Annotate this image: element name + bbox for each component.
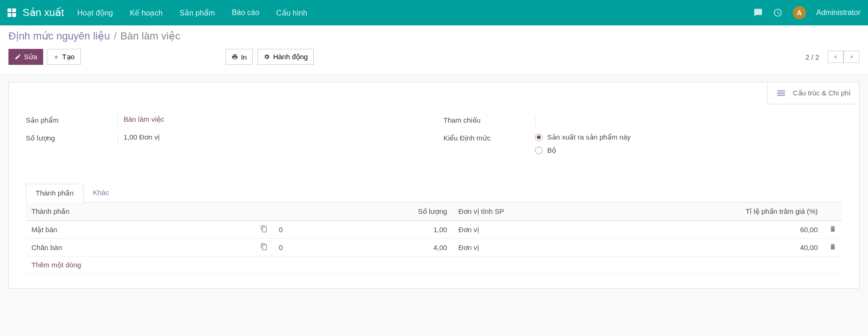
- radio-checked-icon: [535, 133, 542, 141]
- bomtype-option-kit[interactable]: Bộ: [535, 146, 842, 155]
- cell-extra: 0: [273, 221, 322, 239]
- cell-component: Chân bàn: [26, 239, 255, 257]
- print-icon: [232, 54, 238, 60]
- avatar[interactable]: A: [793, 6, 806, 19]
- add-line-label: Thêm một dòng: [26, 257, 842, 274]
- tabs: Thành phần Khác: [26, 184, 842, 203]
- menu-item-reporting[interactable]: Báo cáo: [232, 8, 259, 17]
- col-qty[interactable]: Số lượng: [322, 203, 453, 221]
- top-nav: Sản xuất Hoạt động Kế hoạch Sản phẩm Báo…: [0, 0, 868, 25]
- table-row[interactable]: Chân bàn 0 4,00 Đơn vị 40,00: [26, 239, 842, 257]
- cell-uom: Đơn vị: [453, 239, 616, 257]
- reference-label: Tham chiếu: [443, 115, 535, 125]
- trash-icon[interactable]: [829, 243, 837, 250]
- copy-icon[interactable]: [260, 243, 268, 250]
- structure-cost-label: Cấu trúc & Chi phí: [793, 88, 851, 98]
- pager-next-button[interactable]: [844, 51, 860, 63]
- quantity-label: Số lượng: [26, 133, 117, 142]
- components-table: Thành phần Số lượng Đơn vị tính SP Tỉ lệ…: [26, 203, 842, 274]
- trash-icon[interactable]: [829, 225, 837, 233]
- create-button[interactable]: Tạo: [47, 49, 81, 65]
- cell-cost: 60,00: [616, 221, 823, 239]
- col-uom[interactable]: Đơn vị tính SP: [453, 203, 616, 221]
- sheet-wrapper: Cấu trúc & Chi phí Sản phẩm Bàn làm việc…: [0, 73, 868, 297]
- menu-item-planning[interactable]: Kế hoạch: [130, 8, 163, 17]
- radio-unchecked-icon: [535, 147, 542, 154]
- cell-component: Mặt bàn: [26, 221, 255, 239]
- cell-cost: 40,00: [616, 239, 823, 257]
- print-button[interactable]: In: [225, 49, 253, 65]
- bomtype-option-label: Bộ: [547, 146, 556, 155]
- quantity-value: 1,00 Đơn vị: [117, 133, 425, 144]
- gear-icon: [264, 54, 270, 60]
- pager-prev-button[interactable]: [828, 51, 844, 63]
- pencil-icon: [15, 54, 21, 60]
- chevron-left-icon: [833, 54, 838, 60]
- reference-value: [535, 115, 842, 126]
- col-cost-pct[interactable]: Tỉ lệ phần trăm giá (%): [616, 203, 823, 221]
- breadcrumb-parent[interactable]: Định mức nguyên liệu: [8, 30, 110, 42]
- activities-icon[interactable]: [773, 8, 783, 17]
- tab-components[interactable]: Thành phần: [26, 184, 84, 203]
- action-button-label: Hành động: [273, 53, 308, 61]
- right-column: Tham chiếu Kiểu Định mức Sản xuất ra sản…: [443, 115, 842, 166]
- chevron-right-icon: [849, 54, 854, 60]
- print-button-label: In: [241, 53, 247, 61]
- col-component[interactable]: Thành phần: [26, 203, 255, 221]
- plus-icon: [53, 54, 59, 60]
- nav-right: A Administrator: [753, 6, 860, 19]
- action-button[interactable]: Hành động: [257, 49, 314, 65]
- brand[interactable]: Sản xuất: [23, 7, 64, 19]
- form-sheet: Cấu trúc & Chi phí Sản phẩm Bàn làm việc…: [8, 82, 860, 289]
- bomtype-label: Kiểu Định mức: [443, 133, 535, 142]
- cell-qty: 4,00: [322, 239, 453, 257]
- pager-count[interactable]: 2 / 2: [806, 53, 819, 61]
- tab-other[interactable]: Khác: [84, 184, 118, 202]
- breadcrumb: Định mức nguyên liệu / Bàn làm việc: [8, 30, 860, 42]
- menu-item-config[interactable]: Cấu hình: [276, 8, 307, 17]
- username[interactable]: Administrator: [816, 8, 860, 17]
- product-value[interactable]: Bàn làm việc: [124, 115, 164, 123]
- edit-button[interactable]: Sửa: [8, 49, 43, 65]
- bomtype-option-manufacture[interactable]: Sản xuất ra sản phẩm này: [535, 133, 842, 141]
- apps-icon[interactable]: [8, 8, 16, 17]
- bars-icon: [776, 88, 786, 98]
- create-button-label: Tạo: [62, 53, 75, 61]
- structure-cost-button[interactable]: Cấu trúc & Chi phí: [767, 82, 859, 104]
- edit-button-label: Sửa: [24, 53, 37, 61]
- cell-uom: Đơn vị: [453, 221, 616, 239]
- copy-icon[interactable]: [260, 225, 268, 233]
- cell-qty: 1,00: [322, 221, 453, 239]
- breadcrumb-separator: /: [114, 30, 116, 42]
- bomtype-option-label: Sản xuất ra sản phẩm này: [547, 133, 631, 141]
- cell-extra: 0: [273, 239, 322, 257]
- left-column: Sản phẩm Bàn làm việc Số lượng 1,00 Đơn …: [26, 115, 425, 166]
- breadcrumb-current: Bàn làm việc: [120, 30, 180, 42]
- add-line-row[interactable]: Thêm một dòng: [26, 257, 842, 274]
- menu-item-products[interactable]: Sản phẩm: [179, 8, 215, 17]
- table-row[interactable]: Mặt bàn 0 1,00 Đơn vị 60,00: [26, 221, 842, 239]
- discuss-icon[interactable]: [753, 8, 763, 17]
- control-panel: Định mức nguyên liệu / Bàn làm việc Sửa …: [0, 25, 868, 73]
- main-menu: Hoạt động Kế hoạch Sản phẩm Báo cáo Cấu …: [77, 8, 753, 17]
- product-label: Sản phẩm: [26, 115, 117, 125]
- menu-item-activities[interactable]: Hoạt động: [77, 8, 113, 17]
- toolbar: Sửa Tạo In Hành động 2 / 2: [8, 49, 860, 65]
